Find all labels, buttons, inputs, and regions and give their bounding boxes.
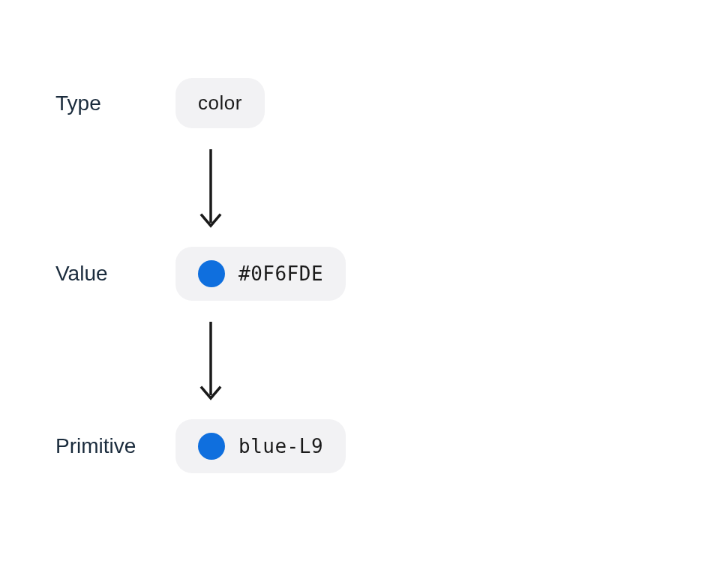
arrow-value-to-primitive xyxy=(200,301,346,419)
arrow-down-icon xyxy=(200,322,222,404)
pill-primitive: blue-L9 xyxy=(176,419,346,473)
pill-primitive-text: blue-L9 xyxy=(238,435,323,458)
label-primitive: Primitive xyxy=(56,434,176,458)
arrow-type-to-value xyxy=(200,128,346,247)
label-type: Type xyxy=(56,92,176,116)
swatch-primitive xyxy=(198,433,225,460)
pill-type: color xyxy=(176,78,265,128)
token-diagram: Type color Value #0F6FDE Primitive blue-… xyxy=(56,78,346,473)
swatch-value xyxy=(198,260,225,287)
label-value: Value xyxy=(56,262,176,286)
row-type: Type color xyxy=(56,78,346,128)
pill-type-text: color xyxy=(198,92,242,115)
row-value: Value #0F6FDE xyxy=(56,247,346,301)
row-primitive: Primitive blue-L9 xyxy=(56,419,346,473)
pill-value: #0F6FDE xyxy=(176,247,346,301)
pill-value-text: #0F6FDE xyxy=(238,262,323,285)
arrow-down-icon xyxy=(200,149,222,232)
